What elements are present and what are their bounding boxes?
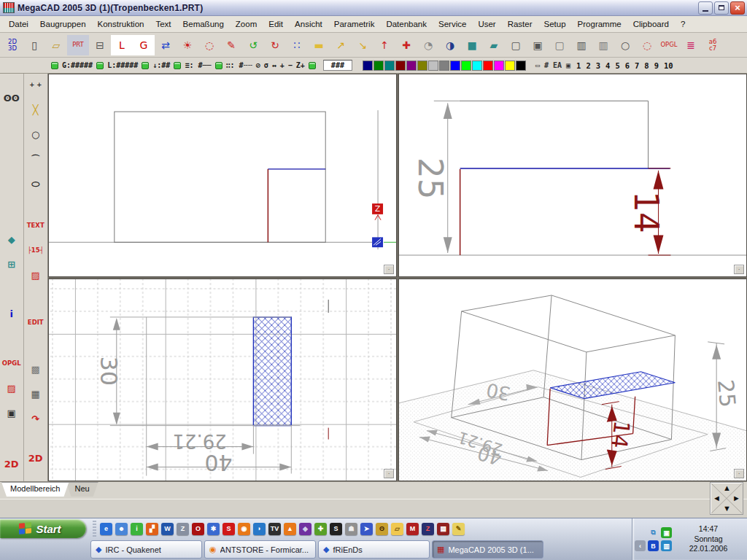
elephant-icon[interactable]: ☗ <box>345 523 357 535</box>
shaded-cube-icon[interactable]: ■ <box>461 35 483 55</box>
color-swatch[interactable] <box>374 61 384 71</box>
vlc-icon[interactable]: ▲ <box>284 523 296 535</box>
restore-button[interactable] <box>714 1 729 15</box>
color-swatch[interactable] <box>363 61 373 71</box>
menu-item[interactable]: Edit <box>263 18 289 31</box>
camera-icon[interactable]: ▣ <box>2 403 21 422</box>
viewport-top[interactable]: 30 29.21 40 · <box>48 279 397 482</box>
trim-arrow-icon[interactable]: ↗ <box>330 35 352 55</box>
messenger-icon[interactable]: ☻ <box>115 523 128 535</box>
view-quadrant-icon[interactable]: ◑ <box>439 35 461 55</box>
gamepad-icon[interactable]: ◆ <box>299 523 311 535</box>
pan-down-arrow[interactable]: ▼ <box>723 505 731 513</box>
skype-icon[interactable]: S <box>222 523 235 535</box>
task-antstore[interactable]: ◉ ANTSTORE - Formicar... <box>204 540 316 559</box>
menu-item[interactable]: Datei <box>3 18 34 31</box>
pan-left-arrow[interactable]: ◄ <box>713 494 721 502</box>
save-prt-icon[interactable]: PRT <box>67 35 89 55</box>
lock-color-icon[interactable] <box>309 62 316 69</box>
pointer-icon[interactable]: ➤ <box>360 523 373 535</box>
menu-item[interactable]: Text <box>150 18 177 31</box>
dimension-tool-icon[interactable]: ├15┤ <box>26 241 45 260</box>
bend-tool-icon[interactable]: ↷ <box>26 409 45 428</box>
move-3d-icon[interactable]: ◆ <box>2 230 21 249</box>
rotate-view-icon[interactable]: ◔ <box>417 35 439 55</box>
width-icon[interactable]: ↔ <box>272 61 276 69</box>
tab-modellbereich[interactable]: Modellbereich <box>1 482 69 497</box>
trim-arrow2-icon[interactable]: ↘ <box>352 35 374 55</box>
z-plus-icon[interactable]: Z+ <box>296 61 305 69</box>
text-tool[interactable]: TEXT <box>26 216 45 235</box>
doc-2d-icon[interactable]: 2D <box>26 448 45 467</box>
toggle-2d-3d-icon[interactable]: 2D 3D <box>1 35 23 55</box>
viewport-resize-button[interactable]: · <box>384 265 394 274</box>
mesh-tool-icon[interactable]: ▦ <box>26 384 45 403</box>
color-swatch[interactable] <box>439 61 449 71</box>
menu-item[interactable]: Setup <box>538 18 572 31</box>
winzip-icon[interactable]: Z <box>177 523 189 535</box>
color-swatch[interactable] <box>406 61 417 71</box>
wire-box1-icon[interactable]: ▢ <box>505 35 527 55</box>
hatch-settings-icon[interactable]: ▨ <box>2 378 21 397</box>
lock-l-icon[interactable] <box>96 62 104 69</box>
layer-number-button[interactable]: 7 <box>635 61 639 70</box>
sas-icon[interactable]: S <box>330 523 342 535</box>
regen-screen-icon[interactable]: ◌ <box>198 35 220 55</box>
open-file-icon[interactable]: ▱ <box>45 35 67 55</box>
cylinder-seg-icon[interactable]: ▥ <box>570 35 592 55</box>
redo-icon[interactable]: ↻ <box>264 35 286 55</box>
tv-icon[interactable]: TV <box>268 523 281 535</box>
cylinder-wire-icon[interactable]: ▥ <box>592 35 614 55</box>
wire-box2-icon[interactable]: ▣ <box>527 35 549 55</box>
menu-item[interactable]: Ansicht <box>289 18 328 31</box>
color-swatch[interactable] <box>494 61 504 71</box>
color-swatch[interactable] <box>472 61 482 71</box>
menu-item[interactable]: Zoom <box>230 18 263 31</box>
ie-icon[interactable]: e <box>100 523 112 535</box>
group-field[interactable]: G:##### <box>62 61 93 69</box>
layer-number-button[interactable]: 10 <box>664 61 673 70</box>
pan-up-arrow[interactable]: ▲ <box>723 484 731 492</box>
layer-number-button[interactable]: 2 <box>586 61 590 70</box>
lock-pen-icon[interactable] <box>142 62 149 69</box>
layer-number-button[interactable]: 4 <box>605 61 610 70</box>
minimize-button[interactable] <box>698 1 713 15</box>
menu-item[interactable]: Bemaßung <box>177 18 230 31</box>
linetype-field[interactable]: ≡: #── <box>185 61 211 69</box>
arc-tool-icon[interactable]: ⌒ <box>26 149 45 168</box>
plus-icon[interactable]: + <box>280 61 285 69</box>
undo-icon[interactable]: ↺ <box>242 35 264 55</box>
value-field[interactable]: ### <box>323 60 352 71</box>
hide-chevron-icon[interactable]: ‹ <box>635 540 646 551</box>
menu-item[interactable]: Raster <box>502 18 538 31</box>
bluetooth-icon[interactable]: B <box>648 540 659 551</box>
radius-icon[interactable]: σ <box>264 61 268 69</box>
task-irc-quakenet[interactable]: ◆ IRC - Quakenet <box>90 540 202 559</box>
workplane-icon[interactable]: ⊞ <box>2 254 21 273</box>
cell-icon[interactable]: ▣ <box>566 61 570 69</box>
line-tool-icon[interactable]: ╳ <box>26 100 45 119</box>
hash-icon[interactable]: # <box>544 61 549 69</box>
color-swatch[interactable] <box>450 61 460 71</box>
ea-icon[interactable]: EA <box>553 61 562 69</box>
load-g-icon[interactable]: G <box>133 35 155 55</box>
task-megacad[interactable]: ▦ MegaCAD 2005 3D (1... <box>432 540 543 559</box>
owl-icon[interactable]: ʘ <box>376 523 388 535</box>
color-swatch[interactable] <box>516 61 526 71</box>
menu-item[interactable]: Service <box>433 18 472 31</box>
viewport-resize-button[interactable]: · <box>384 469 394 478</box>
redbook-icon[interactable]: ▤ <box>437 523 449 535</box>
pen-field[interactable]: ↓:## <box>152 61 170 69</box>
menu-item[interactable]: Baugruppen <box>34 18 92 31</box>
menu-item[interactable]: Programme <box>572 18 627 31</box>
thunderbird-icon[interactable]: ◗ <box>253 523 266 535</box>
blue-app-icon[interactable]: ✱ <box>207 523 220 535</box>
cylinder-hidden-icon[interactable]: ◌ <box>636 35 658 55</box>
layer-list-icon[interactable]: ≣ <box>680 35 702 55</box>
viewport-side[interactable]: 25 14 · <box>398 74 747 277</box>
orange-app-icon[interactable]: ▞ <box>146 523 158 535</box>
viewport-iso[interactable]: 30 29.21 40 <box>398 279 747 482</box>
layer-number-button[interactable]: 3 <box>596 61 600 70</box>
start-button[interactable]: Start <box>0 519 86 538</box>
display-icon[interactable]: ▭ <box>535 61 540 69</box>
